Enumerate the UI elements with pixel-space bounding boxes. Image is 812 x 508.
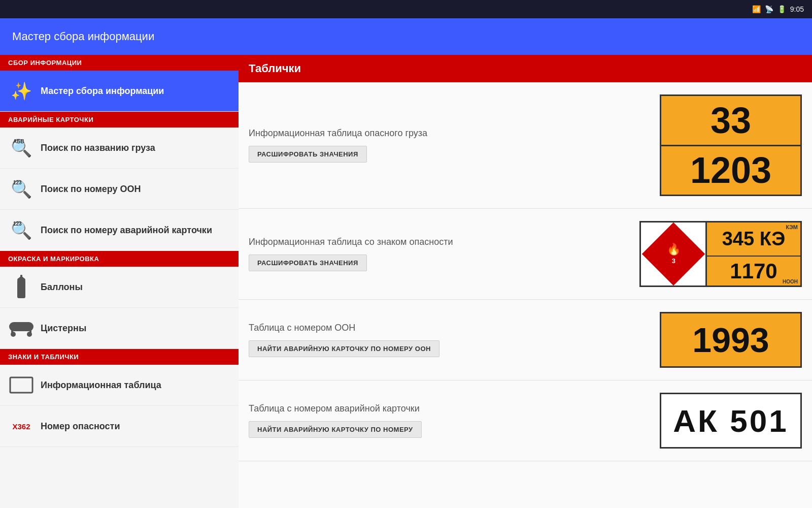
- sign-board-icon: [8, 372, 35, 398]
- sidebar-item-label-ballons: Баллоны: [41, 282, 83, 293]
- sidebar-section-header-okraska: ОКРАСКА И МАРКИРОВКА: [0, 251, 239, 267]
- status-time: 9:05: [790, 5, 804, 13]
- info-section-4-title: Таблица с номером аварийной карточки: [249, 403, 650, 414]
- sidebar-section-header-avarijnye: АВАРИЙНЫЕ КАРТОЧКИ: [0, 112, 239, 128]
- x362-icon: X362: [8, 413, 35, 439]
- info-section-1: Информационная таблица опасного груза РА…: [239, 82, 812, 209]
- cylinder-icon: [8, 274, 35, 300]
- hazmat-right-section: КЭМ 345 КЭ 1170 НООН: [707, 223, 800, 285]
- tank-icon: [8, 315, 35, 341]
- sidebar-item-label-cisterns: Цистерны: [41, 323, 86, 334]
- info-section-1-left: Информационная таблица опасного груза РА…: [249, 128, 650, 163]
- svg-point-8: [27, 332, 32, 337]
- hazmat-diamond-section: 🔥 3: [641, 223, 707, 285]
- hazmat-right-top-num: 345 КЭ: [722, 228, 786, 250]
- sidebar-item-label-search-un: Поиск по номеру ООН: [41, 184, 141, 195]
- search-123-icon: 🔍 123: [8, 176, 35, 202]
- svg-rect-4: [9, 322, 33, 331]
- hazmat-table-3-num: 1993: [692, 320, 769, 360]
- info-section-1-right: 33 1203: [660, 94, 802, 196]
- hazmat-table-2: 🔥 3 КЭМ 345 КЭ 1170 НООН: [639, 221, 802, 287]
- decode-button-1[interactable]: РАСШИФРОВАТЬ ЗНАЧЕНИЯ: [249, 146, 367, 163]
- svg-point-7: [11, 332, 16, 337]
- kem-label: КЭМ: [786, 224, 798, 230]
- sidebar-item-info-table[interactable]: Информационная таблица: [0, 365, 239, 406]
- info-section-4-right: АК 501: [660, 393, 802, 449]
- battery-icon: 🔋: [777, 5, 786, 13]
- sidebar-item-label-danger-number: Номер опасности: [41, 421, 120, 432]
- sidebar-item-label-master: Мастер сбора информации: [41, 86, 164, 97]
- content-header-title: Таблички: [249, 62, 301, 75]
- hazmat-right-top: КЭМ 345 КЭ: [707, 223, 800, 257]
- hazmat-table-4-num: АК 501: [673, 403, 788, 439]
- app-bar-title: Мастер сбора информации: [12, 30, 154, 43]
- diamond-num: 3: [671, 257, 675, 265]
- info-section-1-title: Информационная таблица опасного груза: [249, 128, 650, 139]
- find-by-un-button[interactable]: НАЙТИ АВАРИЙНУЮ КАРТОЧКУ ПО НОМЕРУ ООН: [249, 340, 439, 357]
- search-abc-icon: 🔍 АБВ: [8, 135, 35, 161]
- search-123-icon-2: 🔍 123: [8, 217, 35, 243]
- svg-rect-3: [20, 275, 22, 278]
- sidebar-item-search-emergency[interactable]: 🔍 123 Поиск по номеру аварийной карточки: [0, 210, 239, 251]
- diamond-flame-icon: 🔥: [666, 243, 680, 256]
- hazmat-bottom-num-1: 1203: [690, 152, 771, 188]
- info-section-3-right: 1993: [660, 312, 802, 368]
- info-section-4-left: Таблица с номером аварийной карточки НАЙ…: [249, 403, 650, 438]
- svg-rect-9: [10, 377, 32, 393]
- sidebar-item-search-un[interactable]: 🔍 123 Поиск по номеру ООН: [0, 169, 239, 210]
- info-section-4: Таблица с номером аварийной карточки НАЙ…: [239, 380, 812, 461]
- find-by-emergency-button[interactable]: НАЙТИ АВАРИЙНУЮ КАРТОЧКУ ПО НОМЕРУ: [249, 421, 422, 438]
- hazmat-table-1: 33 1203: [660, 94, 802, 196]
- info-section-3-left: Таблица с номером ООН НАЙТИ АВАРИЙНУЮ КА…: [249, 323, 650, 357]
- wand-icon: ✨: [8, 78, 35, 104]
- diamond-shape: 🔥 3: [641, 223, 704, 285]
- status-bar: 📶 📡 🔋 9:05: [0, 0, 812, 18]
- sidebar-item-ballons[interactable]: Баллоны: [0, 267, 239, 308]
- sidebar-item-label-search-name: Поиск по названию груза: [41, 143, 155, 153]
- signal-icon: 📡: [765, 5, 773, 13]
- sidebar-item-label-info-table: Информационная таблица: [41, 380, 161, 391]
- svg-rect-0: [17, 280, 25, 298]
- info-section-2-title: Информационная таблица со знаком опаснос…: [249, 237, 629, 247]
- content-header: Таблички: [239, 55, 812, 82]
- sidebar-item-danger-number[interactable]: X362 Номер опасности: [0, 406, 239, 447]
- decode-button-2[interactable]: РАСШИФРОВАТЬ ЗНАЧЕНИЯ: [249, 255, 367, 271]
- hazmat-bottom-1: 1203: [661, 146, 800, 195]
- main-layout: СБОР ИНФОРМАЦИИ ✨ Мастер сбора информаци…: [0, 55, 812, 508]
- sidebar: СБОР ИНФОРМАЦИИ ✨ Мастер сбора информаци…: [0, 55, 239, 508]
- info-section-2-right: 🔥 3 КЭМ 345 КЭ 1170 НООН: [639, 221, 802, 287]
- info-section-3-title: Таблица с номером ООН: [249, 323, 650, 333]
- wifi-icon: 📶: [752, 5, 761, 13]
- sidebar-item-cisterns[interactable]: Цистерны: [0, 308, 239, 349]
- hazmat-right-bottom-num: 1170: [730, 259, 777, 283]
- hazmat-table-4: АК 501: [660, 393, 802, 449]
- sidebar-item-search-name[interactable]: 🔍 АБВ Поиск по названию груза: [0, 128, 239, 169]
- info-section-3: Таблица с номером ООН НАЙТИ АВАРИЙНУЮ КА…: [239, 300, 812, 380]
- sidebar-item-master[interactable]: ✨ Мастер сбора информации: [0, 71, 239, 112]
- info-section-2-left: Информационная таблица со знаком опаснос…: [249, 237, 629, 271]
- hazmat-top-num-1: 33: [710, 102, 751, 139]
- sidebar-section-header-znaki: ЗНАКИ И ТАБЛИЧКИ: [0, 349, 239, 365]
- noon-label: НООН: [783, 279, 798, 284]
- info-section-2: Информационная таблица со знаком опаснос…: [239, 209, 812, 300]
- hazmat-table-3: 1993: [660, 312, 802, 368]
- sidebar-section-header-sborInformacii: СБОР ИНФОРМАЦИИ: [0, 55, 239, 71]
- sidebar-item-label-search-emergency: Поиск по номеру аварийной карточки: [41, 225, 212, 236]
- content-area: Таблички Информационная таблица опасного…: [239, 55, 812, 508]
- diamond-inner: 🔥 3: [666, 243, 680, 265]
- hazmat-top-1: 33: [661, 96, 800, 146]
- hazmat-right-bottom: 1170 НООН: [707, 257, 800, 285]
- app-bar: Мастер сбора информации: [0, 18, 812, 55]
